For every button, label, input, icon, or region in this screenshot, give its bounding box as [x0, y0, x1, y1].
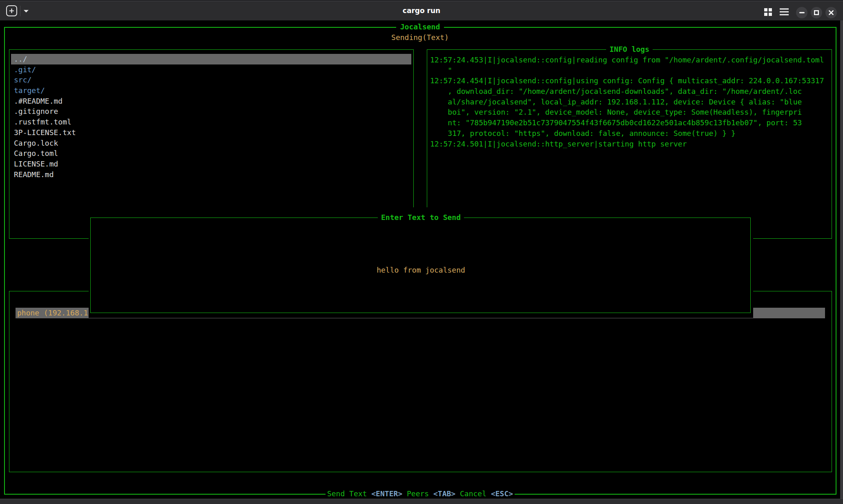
- log-line: nt: "785b947190e2b51c7379047554f43f6675d…: [430, 118, 831, 128]
- maximize-icon: [814, 10, 819, 15]
- file-entry[interactable]: 3P-LICENSE.txt: [11, 127, 411, 138]
- status-bar-content: Send Text <ENTER> Peers <TAB> Cancel <ES…: [326, 489, 515, 498]
- status-key-hint: <ENTER>: [371, 489, 402, 498]
- log-line: ": [430, 65, 831, 76]
- file-entry[interactable]: ../: [11, 54, 411, 64]
- enter-text-modal-title: Enter Text to Send: [89, 212, 753, 223]
- status-key-hint: <ESC>: [491, 489, 513, 498]
- file-entry[interactable]: target/: [11, 85, 411, 96]
- window-bottom-edge: [0, 499, 843, 504]
- window-title: cargo run: [0, 1, 843, 21]
- menu-button[interactable]: [779, 8, 790, 18]
- log-line: 12:57:24.454|I|jocalsend::config|using c…: [430, 75, 831, 86]
- screen: cargo run: [0, 0, 843, 504]
- tab-overview-button[interactable]: [764, 8, 774, 18]
- close-icon: [829, 10, 834, 15]
- status-action-label: Send Text: [327, 489, 371, 498]
- file-entry[interactable]: .gitignore: [11, 106, 411, 117]
- window-titlebar: cargo run: [0, 0, 843, 20]
- file-entry[interactable]: README.md: [11, 169, 411, 180]
- status-action-label: Cancel: [455, 489, 491, 498]
- log-line: boi", version: "2.1", device_model: None…: [430, 107, 831, 118]
- enter-text-modal: Enter Text to Send hello from jocalsend: [89, 207, 753, 318]
- log-line: 12:57:24.501|I|jocalsend::http_server|st…: [430, 139, 831, 149]
- status-bar: Send Text <ENTER> Peers <TAB> Cancel <ES…: [0, 488, 840, 499]
- file-entry[interactable]: src/: [11, 75, 411, 85]
- file-entry[interactable]: .rustfmt.toml: [11, 117, 411, 127]
- app-title: Jocalsend: [0, 22, 840, 32]
- terminal-viewport[interactable]: Jocalsend Sending(Text) ../.git/src/targ…: [0, 20, 840, 499]
- minimize-icon: [799, 12, 805, 13]
- file-list: ../.git/src/target/.#README.md.gitignore…: [11, 54, 411, 180]
- peers-panel: phone (192.168.1: [9, 291, 832, 472]
- file-entry[interactable]: Cargo.lock: [11, 138, 411, 149]
- close-button[interactable]: [825, 7, 837, 18]
- file-entry[interactable]: Cargo.toml: [11, 148, 411, 159]
- log-line: 12:57:24.453|I|jocalsend::config|reading…: [430, 55, 831, 65]
- terminal-scrollbar[interactable]: [840, 20, 843, 499]
- app-mode-subtitle: Sending(Text): [0, 32, 840, 43]
- status-key-hint: <TAB>: [433, 489, 455, 498]
- log-line: 317, protocol: "https", download: false,…: [430, 128, 831, 139]
- log-line: , download_dir: "/home/ardent/jocalsend-…: [430, 86, 831, 97]
- text-to-send-input[interactable]: hello from jocalsend: [89, 265, 753, 275]
- hamburger-icon: [779, 8, 790, 16]
- minimize-button[interactable]: [796, 7, 807, 18]
- info-logs-title: INFO logs: [427, 44, 832, 55]
- maximize-button[interactable]: [811, 7, 822, 18]
- status-action-label: Peers: [402, 489, 433, 498]
- log-lines: 12:57:24.453|I|jocalsend::config|reading…: [430, 55, 831, 149]
- file-entry[interactable]: LICENSE.md: [11, 159, 411, 169]
- file-entry[interactable]: .git/: [11, 64, 411, 75]
- file-entry[interactable]: .#README.md: [11, 96, 411, 107]
- log-line: al/share/jocalsend", local_ip_addr: 192.…: [430, 97, 831, 107]
- grid-icon: [764, 8, 774, 16]
